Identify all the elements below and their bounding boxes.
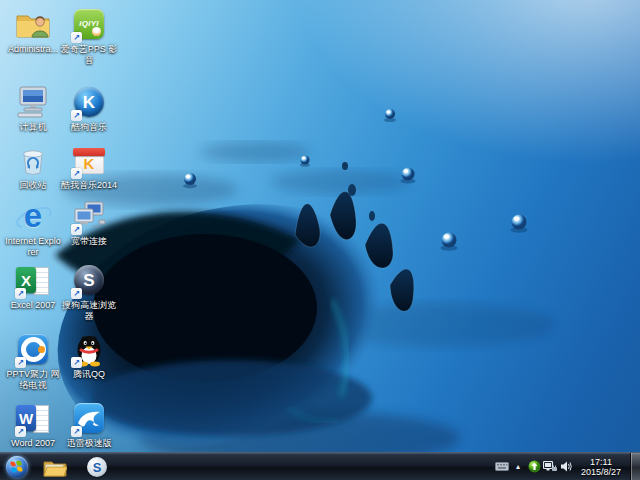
desktop-icon-label: 酷我音乐2014 bbox=[61, 180, 117, 191]
desktop-icon-label: 腾讯QQ bbox=[73, 369, 105, 380]
desktop-icon-label: 酷狗音乐 bbox=[71, 122, 107, 133]
desktop-icon-label: 宽带连接 bbox=[71, 236, 107, 247]
shortcut-arrow-icon: ↗ bbox=[71, 288, 82, 299]
thunder-bird-icon: ↗ bbox=[71, 400, 107, 436]
computer-icon bbox=[15, 84, 51, 120]
broadband-connection-icon: ↗ bbox=[71, 198, 107, 234]
sogou-icon: S bbox=[87, 457, 107, 477]
shortcut-arrow-icon: ↗ bbox=[71, 357, 82, 368]
taskbar: S ▴ 17:11 2015/8/27 bbox=[0, 452, 640, 480]
shortcut-arrow-icon: ↗ bbox=[15, 357, 26, 368]
clock-time: 17:11 bbox=[576, 457, 626, 467]
system-tray: ▴ 17:11 2015/8/27 bbox=[494, 453, 640, 480]
desktop-icon-ie[interactable]: e Internet Explorer bbox=[4, 198, 62, 258]
shortcut-arrow-icon: ↗ bbox=[71, 224, 82, 235]
desktop-icon-iqiyi-pps[interactable]: iQIYI ↗ 爱奇艺PPS 影音 bbox=[60, 6, 118, 66]
desktop-icon-pptv[interactable]: ↗ PPTV聚力 网络电视 bbox=[4, 331, 62, 391]
shortcut-arrow-icon: ↗ bbox=[71, 32, 82, 43]
sogou-browser-icon: S ↗ bbox=[71, 262, 107, 298]
windows-orb-icon bbox=[6, 456, 28, 478]
desktop-icon-label: 计算机 bbox=[20, 122, 47, 133]
shortcut-arrow-icon: ↗ bbox=[15, 426, 26, 437]
taskbar-sogou-button[interactable]: S bbox=[77, 455, 117, 480]
desktop-icon-label: 爱奇艺PPS 影音 bbox=[60, 44, 118, 66]
taskbar-explorer-button[interactable] bbox=[35, 455, 75, 480]
tencent-qq-icon: ↗ bbox=[71, 331, 107, 367]
word-2007-icon: W ↗ bbox=[15, 400, 51, 436]
iqiyi-pps-icon: iQIYI ↗ bbox=[71, 6, 107, 42]
desktop-icon-qq[interactable]: ↗ 腾讯QQ bbox=[60, 331, 118, 380]
desktop-icon-sogou[interactable]: S ↗ 搜狗高速浏览器 bbox=[60, 262, 118, 322]
desktop-icon-kuwo[interactable]: K ↗ 酷我音乐2014 bbox=[60, 142, 118, 191]
hidden-icons-chevron[interactable]: ▴ bbox=[510, 453, 526, 480]
shortcut-arrow-icon: ↗ bbox=[71, 426, 82, 437]
desktop[interactable]: Administra... iQIYI ↗ 爱奇艺PPS 影音 计算机 K bbox=[0, 0, 640, 480]
green-update-arrow-icon[interactable] bbox=[526, 453, 542, 480]
desktop-icon-thunder[interactable]: ↗ 迅雷极速版 bbox=[60, 400, 118, 449]
desktop-icon-computer[interactable]: 计算机 bbox=[4, 84, 62, 133]
network-icon[interactable] bbox=[542, 453, 558, 480]
desktop-icon-recycle-bin[interactable]: 回收站 bbox=[4, 142, 62, 191]
shortcut-arrow-icon: ↗ bbox=[71, 168, 82, 179]
show-desktop-button[interactable] bbox=[630, 453, 640, 480]
desktop-icon-label: 迅雷极速版 bbox=[67, 438, 112, 449]
desktop-icon-broadband[interactable]: ↗ 宽带连接 bbox=[60, 198, 118, 247]
administrator-folder-icon bbox=[15, 6, 51, 42]
desktop-icon-excel[interactable]: X ↗ Excel 2007 bbox=[4, 262, 62, 311]
desktop-icon-label: Excel 2007 bbox=[11, 300, 56, 311]
shortcut-arrow-icon: ↗ bbox=[15, 288, 26, 299]
taskbar-clock[interactable]: 17:11 2015/8/27 bbox=[574, 457, 628, 477]
desktop-icon-administrator[interactable]: Administra... bbox=[4, 6, 62, 55]
volume-icon[interactable] bbox=[558, 453, 574, 480]
desktop-icon-kugou[interactable]: K ↗ 酷狗音乐 bbox=[60, 84, 118, 133]
clock-date: 2015/8/27 bbox=[576, 467, 626, 477]
recycle-bin-icon bbox=[15, 142, 51, 178]
internet-explorer-icon: e bbox=[15, 198, 51, 234]
desktop-icon-label: PPTV聚力 网络电视 bbox=[4, 369, 62, 391]
desktop-icon-word[interactable]: W ↗ Word 2007 bbox=[4, 400, 62, 449]
input-keyboard-icon[interactable] bbox=[494, 453, 510, 480]
pptv-icon: ↗ bbox=[15, 331, 51, 367]
shortcut-arrow-icon: ↗ bbox=[71, 110, 82, 121]
desktop-icon-label: Internet Explorer bbox=[4, 236, 62, 258]
start-button[interactable] bbox=[0, 453, 34, 480]
kugou-music-icon: K ↗ bbox=[71, 84, 107, 120]
excel-2007-icon: X ↗ bbox=[15, 262, 51, 298]
desktop-icon-label: Word 2007 bbox=[11, 438, 55, 449]
kuwo-music-icon: K ↗ bbox=[71, 142, 107, 178]
desktop-icon-label: Administra... bbox=[8, 44, 58, 55]
desktop-icon-label: 搜狗高速浏览器 bbox=[60, 300, 118, 322]
desktop-icon-label: 回收站 bbox=[20, 180, 47, 191]
folder-icon bbox=[43, 458, 67, 477]
